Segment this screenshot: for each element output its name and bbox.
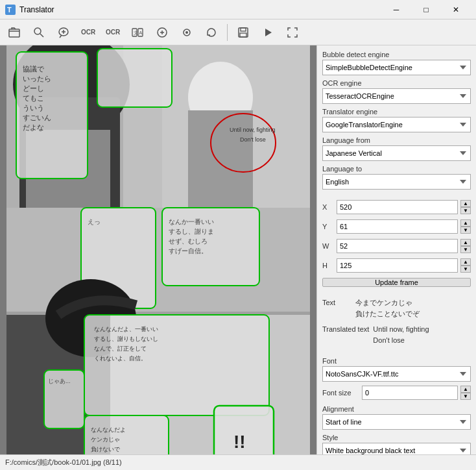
update-frame-button[interactable]: Update frame (322, 278, 471, 287)
svg-text:いったら: いったら (23, 75, 51, 82)
svg-text:せず、むしろ: せず、むしろ (169, 238, 208, 245)
svg-text:だよな: だよな (23, 123, 44, 131)
minimize-button[interactable]: ─ (381, 0, 411, 19)
font-section: Font NotoSansCJK-VF.ttf.ttc (322, 357, 471, 382)
translated-text-label: Translated text (322, 324, 369, 345)
svg-marker-20 (265, 29, 272, 36)
h-up-button[interactable]: ▲ (460, 258, 471, 266)
ocr-engine-section: OCR engine TesseractOCREngine (322, 79, 471, 104)
svg-text:T: T (7, 6, 12, 14)
w-up-button[interactable]: ▲ (460, 239, 471, 246)
svg-rect-39 (97, 49, 172, 107)
fullscreen-button[interactable] (281, 21, 304, 44)
translate-button[interactable]: 文A (126, 21, 149, 44)
svg-text:A: A (139, 31, 143, 35)
manga-canvas[interactable]: 協議で いったら どーし てもこ ういう すごいん だよな Until now,… (0, 45, 316, 454)
close-button[interactable]: ✕ (441, 0, 471, 19)
x-field-group: X ▲ ▼ (322, 200, 471, 214)
alignment-select[interactable]: Start of line (322, 414, 471, 430)
x-down-button[interactable]: ▼ (460, 207, 471, 214)
translator-engine-section: Translator engine GoogleTranslatorEngine (322, 108, 471, 132)
h-label: H (322, 262, 334, 269)
y-up-button[interactable]: ▲ (460, 219, 471, 227)
svg-text:文: 文 (134, 31, 138, 35)
svg-text:するし、謝りま: するし、謝りま (169, 228, 214, 235)
svg-text:なんで、訂正をして: なんで、訂正をして (94, 345, 147, 352)
alignment-section: Alignment Start of line (322, 405, 471, 430)
svg-text:なんか一番いい: なんか一番いい (169, 218, 214, 225)
svg-text:するし、謝りもしないし: するし、謝りもしないし (94, 336, 158, 342)
x-spinner: ▲ ▼ (460, 200, 471, 214)
svg-text:なんなんだよ: なんなんだよ (91, 427, 126, 433)
svg-line-4 (40, 34, 43, 37)
refresh-button[interactable] (200, 21, 223, 44)
font-size-input[interactable] (362, 386, 458, 400)
h-field-group: H ▲ ▼ (322, 258, 471, 273)
font-size-spinner: ▲ ▼ (460, 386, 471, 400)
svg-text:Until now, fighting: Until now, fighting (230, 127, 276, 133)
titlebar: T Translator ─ □ ✕ (0, 0, 476, 19)
svg-point-16 (185, 31, 188, 34)
font-select[interactable]: NotoSansCJK-VF.ttf.ttc (322, 366, 471, 382)
bubble-detect-section: Bubble detect engine SimpleBubbleDetectE… (322, 51, 471, 75)
w-field-group: W ▲ ▼ (322, 239, 471, 253)
svg-point-3 (34, 28, 41, 34)
right-panel: Bubble detect engine SimpleBubbleDetectE… (316, 45, 476, 454)
translator-engine-select[interactable]: GoogleTranslatorEngine (322, 117, 471, 132)
font-label: Font (322, 357, 471, 365)
add-bubble-button[interactable] (52, 21, 75, 44)
main-area: 協議で いったら どーし てもこ ういう すごいん だよな Until now,… (0, 45, 476, 454)
ocr-engine-label: OCR engine (322, 79, 471, 87)
x-input[interactable] (337, 200, 458, 214)
text-label: Text (322, 297, 351, 319)
svg-text:ケンカじゃ: ケンカじゃ (91, 436, 120, 443)
style-section: Style White background black text (322, 434, 471, 454)
text-value: 今までケンカじゃ 負けたことないでぞ (355, 297, 471, 319)
bubble-detect-select[interactable]: SimpleBubbleDetectEngine (322, 60, 471, 75)
save-button[interactable] (232, 21, 255, 44)
maximize-button[interactable]: □ (411, 0, 441, 19)
svg-text:てもこ: てもこ (23, 94, 44, 102)
font-size-up-button[interactable]: ▲ (460, 386, 471, 393)
language-to-section: Language to English (322, 165, 471, 190)
translated-text-value: Until now, fighting Don't lose (373, 324, 471, 345)
preview-button[interactable] (175, 21, 198, 44)
style-select[interactable]: White background black text (322, 443, 471, 454)
h-input[interactable] (337, 258, 458, 273)
w-input[interactable] (337, 239, 458, 253)
x-up-button[interactable]: ▲ (460, 200, 471, 207)
font-size-label: Font size (322, 389, 359, 397)
language-to-select[interactable]: English (322, 174, 471, 190)
w-down-button[interactable]: ▼ (460, 246, 471, 253)
status-text: F:/comics/測試/book-01/01.jpg (8/11) (5, 458, 122, 467)
ocr-button1[interactable]: OCR (77, 21, 100, 44)
svg-text:ういう: ういう (23, 104, 44, 112)
language-to-label: Language to (322, 165, 471, 173)
alignment-label: Alignment (322, 405, 471, 413)
y-field-group: Y ▲ ▼ (322, 219, 471, 234)
window-title: Translator (19, 5, 381, 14)
svg-rect-43 (6, 208, 310, 312)
svg-text:Don't lose: Don't lose (240, 136, 266, 143)
y-input[interactable] (337, 219, 458, 234)
search-button[interactable] (27, 21, 51, 44)
svg-rect-19 (240, 33, 246, 37)
font-size-down-button[interactable]: ▼ (460, 393, 471, 400)
svg-text:くれないよ、自信。: くれないよ、自信。 (94, 355, 147, 362)
edit-button[interactable] (150, 21, 174, 44)
language-from-select[interactable]: Japanese Vertical (322, 145, 471, 161)
translator-engine-label: Translator engine (322, 108, 471, 116)
svg-text:どーし: どーし (23, 84, 44, 92)
open-file-button[interactable] (3, 21, 26, 44)
ocr-button2[interactable]: OCR (101, 21, 125, 44)
y-down-button[interactable]: ▼ (460, 227, 471, 234)
svg-text:じゃあ...: じゃあ... (48, 378, 71, 384)
play-button[interactable] (256, 21, 280, 44)
page-simulation: 協議で いったら どーし てもこ ういう すごいん だよな Until now,… (0, 45, 316, 454)
h-down-button[interactable]: ▼ (460, 266, 471, 273)
x-label: X (322, 203, 334, 211)
w-label: W (322, 242, 334, 250)
svg-text:すごいん: すごいん (23, 114, 51, 122)
y-label: Y (322, 223, 334, 230)
ocr-engine-select[interactable]: TesseractOCREngine (322, 88, 471, 104)
